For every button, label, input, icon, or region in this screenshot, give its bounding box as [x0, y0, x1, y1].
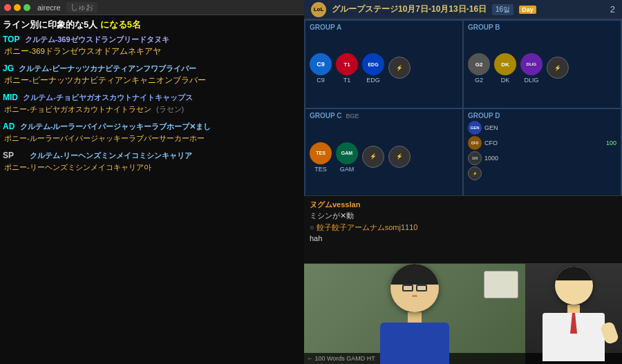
minimize-dot [14, 4, 21, 11]
main-title-text: ライン別に印象的な5人 [3, 19, 97, 30]
chat-line-3: ■ 餃子餃子アームナムsomj1110 [310, 222, 616, 233]
role-section-ad: AD クルテム-ルーラーバイパージャッキーラブホープ✕まし ポニー-ルーラーバイ… [3, 121, 301, 144]
dlig-name: DLIG [524, 77, 538, 84]
team-t1: T1 T1 [336, 53, 358, 84]
top-pony-line: ポニー-369ドランゼウスオドアムネキアヤ [3, 46, 301, 57]
mid-note: (ラセン) [156, 105, 184, 113]
jg-line1: クルテム-ピーナッツカナビティアンフワブライバー [19, 64, 196, 73]
lol-logo: LoL [311, 2, 326, 17]
tes-logo: TES [310, 142, 332, 164]
top-line2: ポニー-369ドランゼウスオドアムネキアヤ [4, 47, 161, 55]
close-dot [4, 4, 11, 11]
video-section: ← 100 Words GAMD HT [304, 264, 622, 364]
lol-logo-text: LoL [314, 6, 324, 12]
group-d-cell: GROUP D GEN GEN CFO CFO 100 100 1000 [463, 108, 621, 195]
app-title: airecre [37, 3, 61, 12]
tab-1[interactable]: しゅお [66, 2, 97, 12]
mid-line1: クルテム-チョビヤガオスカウトナイトキャップス [23, 93, 193, 102]
group-d-inner: GEN GEN CFO CFO 100 100 1000 ⚡ [468, 121, 616, 180]
subtitle-text: になる5名 [100, 19, 141, 30]
video-right [525, 264, 622, 364]
team-c4: ⚡ [388, 146, 411, 169]
day-number: 2 [610, 4, 615, 15]
ad-line2: ポニー-ルーラーバイパージャッキーラブパーサーカーホー [4, 134, 205, 142]
team-c3: ⚡ [362, 146, 384, 169]
main-title: ライン別に印象的な5人 になる5名 [3, 19, 301, 31]
right-panel: LoL グループステージ10月7日-10月13日-16日 16일 Day 2 G… [304, 0, 622, 364]
group-b-cell: GROUP B G2 G2 DK DK DLIG DLIG [463, 20, 621, 108]
day-badge: Day [519, 6, 536, 14]
cfo-score: 100 [606, 140, 616, 146]
a4-logo: ⚡ [388, 57, 411, 79]
ad-line1: クルテム-ルーラーバイパージャッキーラブホープ✕まし [20, 122, 211, 131]
cfo-teamname: CFO [484, 140, 498, 146]
role-section-mid: MID クルテム-チョビヤガオスカウトナイトキャップス ポニー-チョビヤガオスカ… [3, 92, 301, 115]
role-mid: MID [3, 93, 18, 102]
team-g2: G2 G2 [468, 53, 490, 84]
team-dlig: DLIG DLIG [520, 53, 543, 84]
top-bar: airecre しゅお [0, 0, 304, 15]
t1-logo: T1 [336, 53, 358, 75]
gam-name: GAM [340, 166, 355, 173]
ad-pony-line: ポニー-ルーラーバイパージャッキーラブパーサーカーホー [3, 133, 301, 144]
group-b-label: GROUP B [468, 23, 616, 31]
gam-logo: GAM [336, 142, 358, 164]
team-gam: GAM GAM [336, 142, 358, 173]
team-tes: TES TES [310, 142, 332, 173]
role-section-top: TOP クルテム-369ゼウスドランブリードタヌキ ポニー-369ドランゼウスオ… [3, 34, 301, 57]
role-section-sp: SP クルテム-リーヘンズミンメイコミシンキャリア ポニー-リーヘンズミシンメイ… [3, 150, 301, 173]
bottom-bar-text: ← 100 Words GAMD HT [307, 355, 375, 362]
cfo-mini-logo: CFO [468, 136, 482, 150]
role-label-jg: JG クルテム-ピーナッツカナビティアンフワブライバー [3, 63, 301, 75]
team-edg: EDG EDG [362, 53, 384, 84]
team-b4: ⚡ [547, 57, 569, 80]
d4-mini-logo: ⚡ [468, 166, 482, 180]
top-line1: クルテム-369ゼウスドランブリードタヌキ [25, 35, 169, 44]
d3-mini-logo: 100 [468, 151, 482, 165]
edg-logo: EDG [362, 53, 384, 75]
gd-row-1: GEN GEN [468, 121, 616, 135]
gd-row-2: CFO CFO 100 [468, 136, 616, 150]
group-c-secondary: BGE [346, 113, 359, 119]
chat-line-2: ミシンが✕動 [310, 210, 616, 222]
d3-score-text: 1000 [484, 155, 498, 162]
gen-teamname: GEN [484, 124, 498, 131]
chat-user-1: ヌグムvesslan [310, 200, 360, 209]
role-top: TOP [3, 35, 19, 44]
c9-logo: C9 [310, 53, 332, 75]
role-label-top: TOP クルテム-369ゼウスドランブリードタヌキ [3, 34, 301, 46]
groups-container: GROUP A C9 C9 T1 T1 EDG EDG ⚡ [304, 19, 622, 195]
bracket-title: グループステージ10月7日-10月13日-16日 [332, 3, 487, 15]
team-a4: ⚡ [388, 57, 411, 80]
role-sp: SP [3, 151, 14, 160]
tes-name: TES [314, 166, 327, 173]
gen-mini-logo: GEN [468, 121, 482, 135]
t1-name: T1 [343, 77, 351, 84]
team-dk: DK DK [494, 53, 516, 84]
sp-line2: ポニー-リーヘンズミシンメイコキャリア아 [4, 163, 151, 171]
group-d-label: GROUP D [468, 112, 616, 119]
b4-logo: ⚡ [547, 57, 569, 79]
sp-pony-line: ポニー-リーヘンズミシンメイコキャリア아 [3, 162, 301, 173]
role-label-mid: MID クルテム-チョビヤガオスカウトナイトキャップス [3, 92, 301, 104]
team-c9: C9 C9 [310, 53, 332, 84]
group-c-teams: TES TES GAM GAM ⚡ ⚡ [310, 122, 458, 193]
edg-name: EDG [366, 77, 380, 84]
role-label-sp: SP クルテム-リーヘンズミンメイコミシンキャリア [3, 150, 301, 162]
video-left [304, 264, 525, 364]
group-b-teams: G2 G2 DK DK DLIG DLIG ⚡ [468, 32, 616, 105]
gd-row-4: ⚡ [468, 166, 616, 180]
content-area: ライン別に印象的な5人 になる5名 TOP クルテム-369ゼウスドランブリード… [0, 15, 304, 183]
g2-logo: G2 [468, 53, 490, 75]
gd-row-3: 100 1000 [468, 151, 616, 165]
left-panel: airecre しゅお ライン別に印象的な5人 になる5名 TOP クルテム-3… [0, 0, 304, 364]
chat-line-1: ヌグムvesslan [310, 199, 616, 211]
role-section-jg: JG クルテム-ピーナッツカナビティアンフワブライバー ポニー-ピーナッツカナビ… [3, 63, 301, 86]
sp-line1: クルテム-リーヘンズミンメイコミシンキャリア [30, 151, 192, 160]
group-a-label: GROUP A [310, 23, 458, 31]
bracket-header: LoL グループステージ10月7日-10月13日-16日 16일 Day 2 [304, 0, 622, 19]
mid-pony-line: ポニー-チョビヤガオスカウトナイトラセン (ラセン) [3, 104, 301, 115]
group-a-cell: GROUP A C9 C9 T1 T1 EDG EDG ⚡ [305, 20, 463, 108]
c3-logo: ⚡ [362, 146, 384, 168]
group-c-label: GROUP C [310, 112, 342, 119]
